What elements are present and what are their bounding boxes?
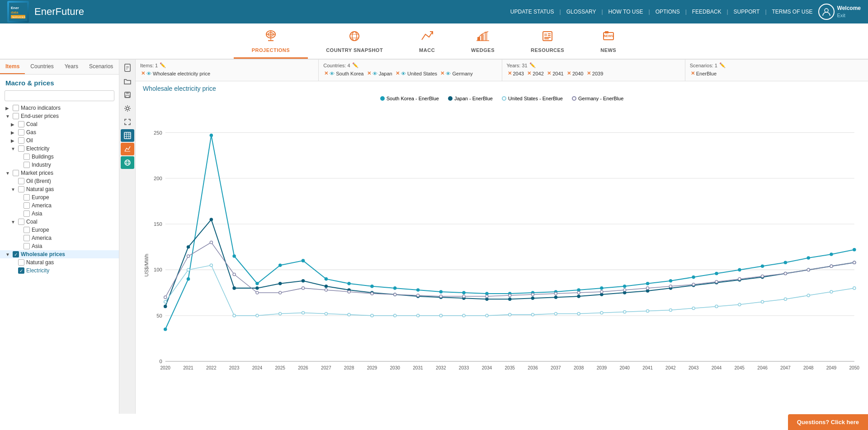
options-link[interactable]: OPTIONS [656, 9, 680, 15]
wholesale-prices-checkbox[interactable] [13, 251, 19, 257]
sidebar-tab-items[interactable]: Items [0, 60, 25, 74]
tab-projections[interactable]: PROJECTIONS [234, 27, 308, 59]
wholesale-electricity-checkbox[interactable] [18, 267, 24, 274]
oil-brent-checkbox[interactable] [18, 178, 24, 184]
tree-market-prices[interactable]: ▼ Market prices [0, 169, 119, 177]
remove-2041-button[interactable]: ✕ [547, 70, 551, 76]
tree-wholesale-prices[interactable]: ▼ Wholesale prices [0, 250, 119, 258]
eye-wholesale-icon[interactable]: 👁 [146, 71, 151, 76]
filter-scenarios-edit[interactable]: ✏️ [719, 62, 726, 68]
dot-germany-24 [715, 280, 718, 283]
eye-japan-icon[interactable]: 👁 [373, 71, 377, 76]
terms-link[interactable]: TERMS OF USE [772, 9, 813, 15]
tree-natural-gas[interactable]: ▼ Natural gas [0, 185, 119, 193]
tree-ng-asia[interactable]: ▶ Asia [0, 210, 119, 218]
tree-ng-america[interactable]: ▶ America [0, 201, 119, 210]
tab-country-snapshot[interactable]: COUNTRY SNAPSHOT [308, 27, 401, 59]
feedback-link[interactable]: FEEDBACK [692, 9, 722, 15]
tab-news[interactable]: NEWS NEWS [582, 27, 634, 59]
tab-macc[interactable]: MACC [401, 27, 453, 59]
x-label-2046: 2046 [757, 365, 768, 370]
sidebar-icon-8[interactable] [121, 156, 134, 169]
buildings-checkbox[interactable] [24, 154, 30, 160]
coal-checkbox[interactable] [18, 121, 24, 127]
wholesale-ng-checkbox[interactable] [18, 259, 24, 266]
tree-buildings[interactable]: ▶ Buildings [0, 153, 119, 161]
tree-gas[interactable]: ▶ Gas [0, 128, 119, 136]
x-label-2022: 2022 [206, 365, 217, 370]
macro-indicators-checkbox[interactable] [13, 105, 19, 111]
sidebar-tab-years[interactable]: Years [59, 60, 84, 74]
oil-checkbox[interactable] [18, 137, 24, 144]
sidebar-icon-4[interactable] [121, 102, 134, 115]
filter-countries: Countries: 4 ✏️ ✕ 👁 South Korea ✕ 👁 Japa… [319, 60, 502, 81]
dot-japan-4 [256, 287, 259, 290]
sidebar-icon-6[interactable] [121, 129, 134, 142]
tree-end-user-prices[interactable]: ▼ End-user prices [0, 112, 119, 120]
remove-2040-button[interactable]: ✕ [567, 70, 571, 76]
remove-2042-button[interactable]: ✕ [527, 70, 531, 76]
remove-japan-button[interactable]: ✕ [367, 70, 371, 76]
market-prices-checkbox[interactable] [13, 170, 19, 176]
tree-wholesale-natural-gas[interactable]: ▶ Natural gas [0, 258, 119, 266]
tree-oil-brent[interactable]: ▶ Oil (Brent) [0, 177, 119, 185]
how-to-use-link[interactable]: HOW TO USE [609, 9, 643, 15]
ng-europe-checkbox[interactable] [24, 194, 30, 201]
dot-south_korea-23 [692, 276, 695, 279]
gas-checkbox[interactable] [18, 129, 24, 136]
remove-us-button[interactable]: ✕ [396, 70, 400, 76]
ng-asia-checkbox[interactable] [24, 210, 30, 217]
tab-wedges[interactable]: WEDGES [453, 27, 513, 59]
tree-ng-europe[interactable]: ▶ Europe [0, 193, 119, 201]
filter-years-edit[interactable]: ✏️ [529, 62, 536, 68]
tree-coal[interactable]: ▶ Coal [0, 120, 119, 128]
exit-link[interactable]: Exit [837, 12, 861, 19]
glossary-link[interactable]: GLOSSARY [566, 9, 596, 15]
natural-gas-checkbox[interactable] [18, 186, 24, 192]
ng-america-checkbox[interactable] [24, 202, 30, 209]
sidebar-icon-5[interactable] [121, 116, 134, 128]
dot-japan-3 [233, 287, 236, 290]
sidebar-tab-countries[interactable]: Countries [25, 60, 59, 74]
support-link[interactable]: SUPPORT [734, 9, 760, 15]
remove-2043-button[interactable]: ✕ [508, 70, 512, 76]
sidebar-tab-scenarios[interactable]: Scenarios [84, 60, 118, 74]
update-status-link[interactable]: UPDATE STATUS [510, 9, 554, 15]
sidebar-search-input[interactable] [5, 90, 114, 101]
industry-checkbox[interactable] [24, 162, 30, 168]
eye-germany-icon[interactable]: 👁 [446, 71, 451, 76]
tree-coal-market[interactable]: ▼ Coal [0, 218, 119, 226]
tab-resources[interactable]: RESOURCES [513, 27, 582, 59]
sidebar-icon-3[interactable] [121, 89, 134, 101]
tree-oil[interactable]: ▶ Oil [0, 136, 119, 145]
tree-coal-america[interactable]: ▶ America [0, 234, 119, 242]
coal-asia-checkbox[interactable] [24, 243, 30, 249]
tree-coal-europe[interactable]: ▶ Europe [0, 226, 119, 234]
tree-wholesale-electricity[interactable]: ▶ Electricity [0, 266, 119, 275]
projections-icon [264, 30, 278, 46]
dot-united_states-2 [210, 264, 212, 266]
electricity-checkbox[interactable] [18, 145, 24, 152]
sidebar-icon-7[interactable] [121, 143, 134, 155]
tree-electricity[interactable]: ▼ Electricity [0, 145, 119, 153]
tree-macro-indicators[interactable]: ▶ Macro indicators [0, 104, 119, 112]
remove-enerblue-button[interactable]: ✕ [691, 70, 695, 76]
remove-2039-button[interactable]: ✕ [587, 70, 591, 76]
sidebar-icon-2[interactable] [121, 75, 134, 88]
coal-america-checkbox[interactable] [24, 235, 30, 241]
remove-wholesale-button[interactable]: ✕ [141, 70, 145, 76]
coal-market-checkbox[interactable] [18, 219, 24, 225]
dot-united_states-15 [509, 313, 511, 316]
remove-south-korea-button[interactable]: ✕ [324, 70, 328, 76]
filter-countries-edit[interactable]: ✏️ [352, 62, 359, 68]
tree-coal-asia[interactable]: ▶ Asia [0, 242, 119, 250]
eye-us-icon[interactable]: 👁 [401, 71, 406, 76]
end-user-prices-checkbox[interactable] [13, 113, 19, 119]
remove-germany-button[interactable]: ✕ [440, 70, 444, 76]
sidebar-icon-1[interactable] [121, 61, 134, 74]
coal-europe-checkbox[interactable] [24, 227, 30, 233]
eye-south-korea-icon[interactable]: 👁 [330, 71, 335, 76]
filter-items-edit[interactable]: ✏️ [160, 62, 166, 68]
tree-industry[interactable]: ▶ Industry [0, 161, 119, 169]
legend-south-korea: South Korea - EnerBlue [380, 96, 439, 101]
